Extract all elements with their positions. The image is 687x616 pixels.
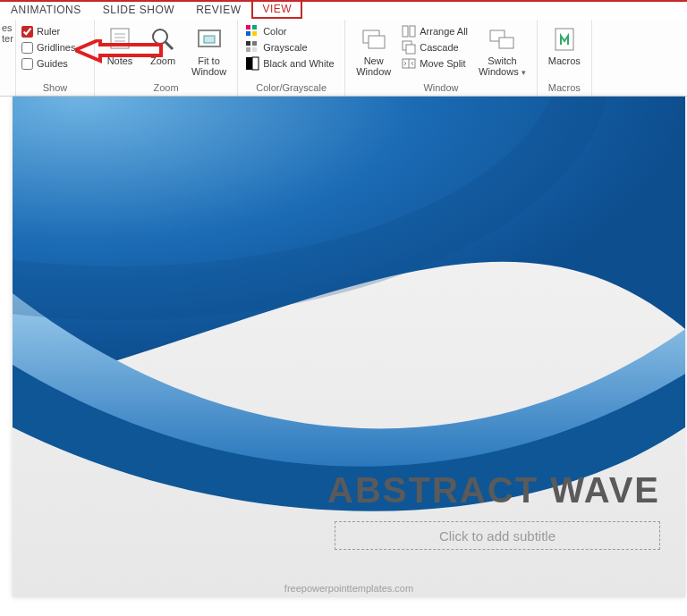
svg-rect-8: [246, 25, 250, 30]
svg-rect-16: [246, 57, 252, 70]
group-show-label: Show: [21, 80, 89, 96]
svg-line-5: [165, 42, 173, 49]
svg-rect-28: [556, 29, 573, 50]
svg-rect-11: [252, 31, 257, 36]
zoom-button[interactable]: Zoom: [143, 23, 182, 66]
black-white-button[interactable]: Black and White: [243, 55, 335, 72]
svg-rect-23: [406, 45, 415, 54]
slide-canvas[interactable]: ABSTRACT WAVE Click to add subtitle free…: [13, 97, 685, 597]
color-label: Color: [263, 26, 286, 37]
arrange-label: Arrange All: [420, 26, 468, 37]
group-color-grayscale: Color Grayscale Black and White Color/Gr…: [238, 20, 345, 96]
bw-label: Black and White: [263, 58, 334, 69]
ruler-checkbox[interactable]: Ruler: [21, 23, 60, 39]
macros-button[interactable]: Macros: [543, 23, 586, 66]
grayscale-button[interactable]: Grayscale: [243, 39, 310, 55]
svg-rect-21: [410, 26, 415, 37]
move-split-button[interactable]: Move Split: [400, 55, 470, 72]
svg-point-4: [153, 30, 167, 44]
grayscale-icon: [245, 40, 259, 55]
group-show: Ruler Gridlines Guides Show: [16, 20, 95, 96]
new-window-button[interactable]: New Window: [351, 23, 396, 77]
zoom-label: Zoom: [150, 55, 175, 66]
notes-button[interactable]: Notes: [100, 23, 140, 66]
switch-windows-label: Switch Windows: [479, 55, 526, 78]
color-icon: [245, 24, 259, 38]
ribbon-view: es ter Ruler Gridlines Guides Show: [0, 20, 687, 97]
arrange-all-button[interactable]: Arrange All: [400, 23, 470, 39]
ruler-label: Ruler: [37, 26, 60, 37]
gridlines-label: Gridlines: [37, 42, 75, 53]
svg-rect-20: [403, 26, 408, 37]
bw-icon: [245, 56, 259, 71]
svg-rect-27: [499, 38, 513, 48]
fit-window-label: Fit to Window: [191, 55, 226, 77]
fit-window-icon: [195, 25, 224, 54]
group-zoom-label: Zoom: [100, 80, 232, 96]
svg-rect-13: [252, 41, 257, 46]
svg-rect-12: [246, 41, 250, 46]
svg-rect-14: [246, 47, 250, 52]
svg-rect-0: [111, 29, 129, 48]
macros-icon: [550, 25, 579, 54]
new-window-icon: [360, 25, 388, 54]
slide-title[interactable]: ABSTRACT WAVE: [306, 470, 660, 511]
cascade-button[interactable]: Cascade: [400, 39, 470, 55]
guides-checkbox[interactable]: Guides: [21, 55, 68, 72]
group-macros: Macros Macros: [538, 20, 592, 96]
grayscale-label: Grayscale: [263, 42, 308, 53]
tab-animations[interactable]: ANIMATIONS: [0, 2, 92, 20]
arrange-icon: [402, 24, 416, 38]
tab-view[interactable]: VIEW: [251, 1, 302, 19]
group-zoom: Notes Zoom Fit to Window Zoom: [95, 20, 238, 96]
group-window-label: Window: [351, 80, 531, 96]
cascade-icon: [402, 40, 416, 55]
tab-slide-show[interactable]: SLIDE SHOW: [92, 2, 185, 20]
zoom-icon: [148, 25, 177, 54]
ruler-checkbox-input[interactable]: [21, 26, 33, 38]
gridlines-checkbox[interactable]: Gridlines: [21, 39, 75, 55]
master-button-partial[interactable]: es ter: [2, 23, 15, 44]
group-color-label: Color/Grayscale: [243, 80, 339, 96]
tab-review[interactable]: REVIEW: [185, 2, 251, 20]
group-macros-label: Macros: [543, 80, 586, 96]
svg-rect-19: [369, 36, 385, 48]
guides-label: Guides: [37, 58, 68, 69]
cascade-label: Cascade: [420, 42, 458, 53]
move-split-label: Move Split: [420, 58, 465, 69]
gridlines-checkbox-input[interactable]: [21, 42, 33, 54]
svg-rect-17: [252, 57, 259, 70]
move-split-icon: [402, 56, 416, 71]
slide-credit: freepowerpointtemplates.com: [13, 583, 685, 594]
switch-windows-icon: [488, 25, 516, 54]
slide-workspace: ABSTRACT WAVE Click to add subtitle free…: [0, 97, 687, 616]
notes-label: Notes: [107, 55, 133, 66]
svg-rect-7: [204, 36, 215, 43]
switch-windows-button[interactable]: Switch Windows: [473, 23, 531, 78]
fit-to-window-button[interactable]: Fit to Window: [186, 23, 232, 77]
color-button[interactable]: Color: [243, 23, 288, 39]
macros-label: Macros: [548, 55, 581, 66]
slide-subtitle-placeholder[interactable]: Click to add subtitle: [335, 521, 660, 550]
guides-checkbox-input[interactable]: [21, 58, 33, 70]
group-master-views: es ter: [0, 20, 16, 96]
group-window: New Window Arrange All Cascade: [345, 20, 538, 96]
new-window-label: New Window: [356, 55, 391, 77]
svg-rect-10: [246, 31, 250, 36]
ribbon-tabs: ANIMATIONS SLIDE SHOW REVIEW VIEW: [0, 0, 687, 20]
svg-rect-9: [252, 25, 257, 30]
notes-icon: [106, 25, 134, 54]
svg-rect-15: [252, 47, 257, 52]
